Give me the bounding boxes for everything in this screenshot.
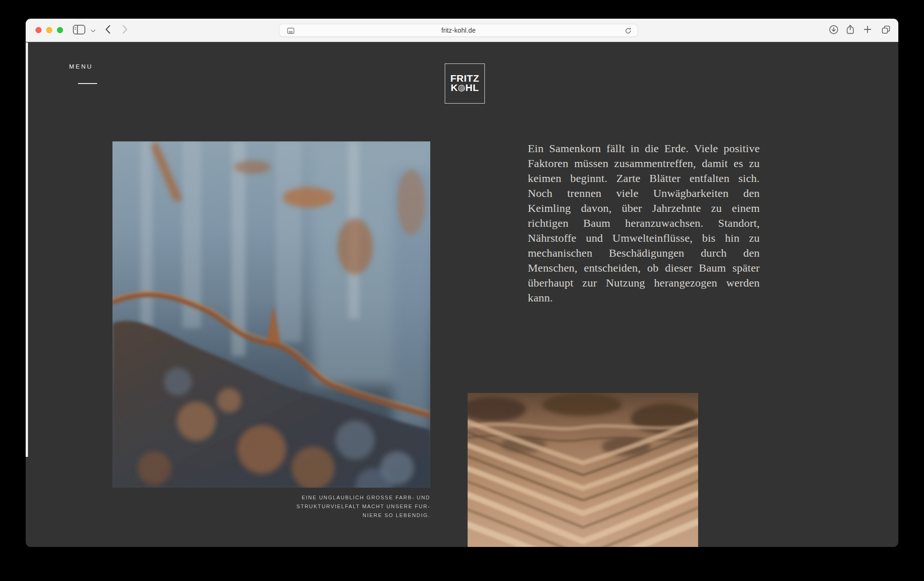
share-button[interactable] — [844, 19, 856, 42]
browser-window: fritz-kohl.de — [26, 19, 898, 547]
url-text: fritz-kohl.de — [441, 27, 476, 34]
tree-ring-o-icon — [458, 84, 465, 93]
sidebar-menu-chevron[interactable] — [89, 19, 97, 42]
sidebar-icon — [73, 25, 85, 36]
forward-button[interactable] — [119, 19, 131, 42]
chevron-down-icon — [91, 26, 96, 35]
intro-paragraph: Ein Samenkorn fällt in die Erde. Viele p… — [528, 141, 760, 305]
chevron-right-icon — [122, 25, 128, 36]
chevron-left-icon — [105, 25, 111, 36]
page-edge-strip — [26, 42, 28, 457]
close-window-button[interactable] — [35, 27, 42, 33]
caption-line: NIERE SO LEBENDIG. — [112, 511, 430, 520]
browser-toolbar: fritz-kohl.de — [26, 19, 898, 42]
image-caption: EINE UNGLAUBLICH GROSSE FARB- UND STRUKT… — [112, 493, 430, 520]
downloads-button[interactable] — [827, 19, 840, 42]
new-tab-button[interactable] — [861, 19, 874, 42]
sidebar-toggle-button[interactable] — [70, 19, 87, 42]
tabs-icon — [881, 25, 891, 36]
reload-icon[interactable] — [624, 27, 632, 37]
menu-button[interactable]: MENU — [69, 63, 93, 70]
logo-line-2: KHL — [451, 83, 479, 93]
address-bar[interactable]: fritz-kohl.de — [279, 24, 638, 37]
wood-grain-ripple-image — [468, 393, 698, 547]
share-icon — [846, 24, 855, 36]
download-icon — [829, 25, 839, 36]
fritz-kohl-logo[interactable]: FRITZ KHL — [445, 63, 485, 104]
caption-line: STRUKTURVIELFALT MACHT UNSERE FUR- — [112, 502, 430, 511]
menu-underline — [78, 83, 97, 84]
caption-line: EINE UNGLAUBLICH GROSSE FARB- UND — [112, 493, 430, 502]
back-button[interactable] — [102, 19, 114, 42]
minimize-window-button[interactable] — [46, 27, 52, 33]
page-settings-icon[interactable] — [287, 28, 294, 36]
logo-line-1: FRITZ — [450, 74, 479, 83]
veneer-macro-blue-copper-image — [112, 141, 430, 488]
page-content: MENU FRITZ KHL — [26, 42, 898, 547]
zoom-window-button[interactable] — [57, 27, 63, 33]
plus-icon — [863, 25, 872, 35]
tab-overview-button[interactable] — [879, 19, 893, 42]
